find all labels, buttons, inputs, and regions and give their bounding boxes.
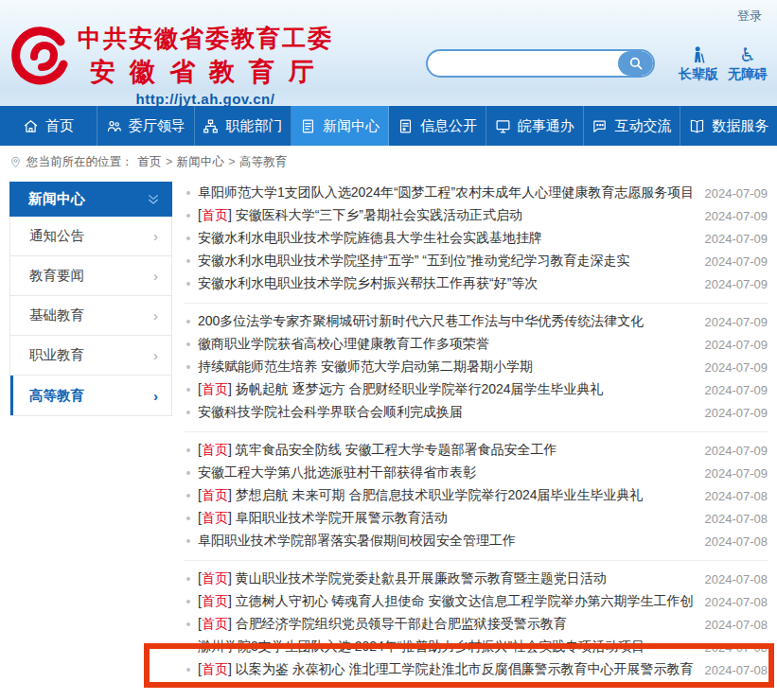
logo-text: 中共安徽省委教育工委 安徽省教育厅 http://jyt.ah.gov.cn/ (78, 23, 333, 107)
nav-item-home[interactable]: 首页 (0, 106, 97, 146)
front-page-flag: 首页 (202, 442, 228, 457)
nav-item-leaders[interactable]: 委厅领导 (97, 106, 195, 146)
list-item[interactable]: [首页] 阜阳职业技术学院开展警示教育活动2024-07-08 (185, 507, 768, 530)
nav-item-label: 新闻中心 (323, 117, 380, 135)
news-title: 安徽科技学院社会科学界联合会顺利完成换届 (198, 404, 694, 421)
logo-emblem-icon (11, 25, 72, 85)
nav-item-label: 互动交流 (614, 117, 671, 135)
nav-item-label: 职能部门 (225, 117, 282, 135)
news-list-panel: 阜阳师范大学1支团队入选2024年“圆梦工程”农村未成年人心理健康教育志愿服务项… (185, 182, 768, 681)
nav-item-news-center[interactable]: 新闻中心 (291, 106, 389, 146)
list-item[interactable]: [首页] 安徽医科大学“三下乡”暑期社会实践活动正式启动2024-07-09 (185, 204, 768, 227)
site-header: 登录 中共安徽省委教育工委 安徽省教育厅 http://jyt.ah.gov.c… (0, 0, 777, 106)
list-item[interactable]: 安徽水利水电职业技术学院乡村振兴帮扶工作再获“好”等次2024-07-09 (185, 272, 768, 295)
news-date: 2024-07-08 (705, 572, 768, 586)
nav-item-label: 首页 (45, 117, 74, 135)
list-item[interactable]: [首页] 黄山职业技术学院党委赴歙县开展廉政警示教育暨主题党日活动2024-07… (185, 568, 768, 590)
sidebar-header[interactable]: 新闻中心 (9, 182, 172, 217)
sidebar-item-higher-edu[interactable]: 高等教育› (10, 376, 171, 415)
main-nav: 首页委厅领导职能部门新闻中心信息公开皖事通办互动交流数据服务 (0, 106, 777, 146)
sidebar-item-edu-news[interactable]: 教育要闻› (10, 256, 171, 296)
chevron-double-down-icon (146, 193, 161, 206)
breadcrumb-item[interactable]: 新闻中心 (177, 155, 224, 168)
sidebar-item-vocational-edu[interactable]: 职业教育› (10, 336, 171, 376)
front-page-flag: 首页 (202, 510, 228, 525)
front-page-flag: 首页 (202, 616, 228, 631)
list-item[interactable]: 安徽水利水电职业技术学院旌德县大学生社会实践基地挂牌2024-07-09 (185, 227, 768, 250)
news-title: [首页] 扬帆起航 逐梦远方 合肥财经职业学院举行2024届学生毕业典礼 (198, 381, 694, 398)
bullet-icon (186, 320, 190, 324)
list-item[interactable]: 阜阳职业技术学院部署落实暑假期间校园安全管理工作2024-07-08 (185, 530, 768, 552)
bullet-icon (186, 494, 190, 498)
news-title: 滁州学院3支学生团队入选 2024年“推普助力乡村振兴”社会实践专项活动项目 (198, 639, 694, 656)
news-date: 2024-07-08 (705, 595, 768, 609)
nav-item-departments[interactable]: 职能部门 (195, 106, 292, 146)
bullet-icon (186, 259, 190, 263)
news-group: [首页] 筑牢食品安全防线 安徽工程大学专题部署食品安全工作2024-07-09… (185, 431, 768, 552)
sidebar-item-label: 教育要闻 (29, 267, 84, 285)
nav-item-data-service[interactable]: 数据服务 (680, 106, 777, 146)
news-group: 200多位法学专家齐聚桐城研讨新时代六尺巷工作法与中华优秀传统法律文化2024-… (185, 303, 768, 424)
list-item[interactable]: 安徽水利水电职业技术学院坚持“五学” “五到位”推动党纪学习教育走深走实2024… (185, 250, 768, 272)
departments-icon (203, 118, 219, 134)
list-item[interactable]: 滁州学院3支学生团队入选 2024年“推普助力乡村振兴”社会实践专项活动项目20… (185, 636, 768, 658)
accessibility-button[interactable]: ♿ 无障碍 (723, 44, 772, 83)
login-link[interactable]: 登录 (737, 8, 762, 25)
list-item[interactable]: 徽商职业学院获省高校心理健康教育工作多项荣誉2024-07-09 (185, 333, 768, 356)
sidebar-item-label: 通知公告 (29, 227, 84, 245)
news-date: 2024-07-09 (705, 338, 768, 352)
nav-item-service-hall[interactable]: 皖事通办 (486, 106, 584, 146)
breadcrumb-item[interactable]: 首页 (138, 155, 162, 168)
news-date: 2024-07-09 (705, 277, 768, 291)
sidebar-item-notices[interactable]: 通知公告› (10, 217, 171, 256)
nav-item-info-open[interactable]: 信息公开 (389, 106, 486, 146)
bullet-icon (186, 577, 190, 581)
chevron-right-icon: › (153, 388, 158, 404)
news-title: 阜阳职业技术学院部署落实暑假期间校园安全管理工作 (198, 533, 694, 550)
bullet-icon (186, 645, 190, 649)
list-item[interactable]: 持续赋能师范生培养 安徽师范大学启动第二期暑期小学期2024-07-09 (185, 356, 768, 378)
list-item-highlighted[interactable]: [首页] 以案为鉴 永葆初心 淮北理工学院赴淮北市反腐倡廉警示教育中心开展警示教… (185, 658, 768, 681)
news-date: 2024-07-09 (705, 383, 768, 397)
sidebar-item-label: 基础教育 (29, 306, 84, 324)
news-list: 阜阳师范大学1支团队入选2024年“圆梦工程”农村未成年人心理健康教育志愿服务项… (185, 182, 768, 681)
news-title: 阜阳师范大学1支团队入选2024年“圆梦工程”农村未成年人心理健康教育志愿服务项… (198, 184, 694, 201)
chevron-right-icon: › (153, 228, 158, 244)
news-group: [首页] 黄山职业技术学院党委赴歙县开展廉政警示教育暨主题党日活动2024-07… (185, 560, 768, 681)
chevron-right-icon: › (153, 307, 158, 324)
list-item[interactable]: [首页] 扬帆起航 逐梦远方 合肥财经职业学院举行2024届学生毕业典礼2024… (185, 378, 768, 401)
service-hall-icon (495, 118, 511, 134)
search-bar (426, 49, 655, 78)
list-item[interactable]: [首页] 梦想启航 未来可期 合肥信息技术职业学院举行2024届毕业生毕业典礼2… (185, 484, 768, 507)
list-item[interactable]: [首页] 合肥经济学院组织党员领导干部赴合肥监狱接受警示教育2024-07-08 (185, 613, 768, 636)
nav-item-interaction[interactable]: 互动交流 (584, 106, 681, 146)
search-input[interactable] (428, 51, 618, 76)
bullet-icon (186, 214, 190, 218)
location-pin-icon (9, 156, 22, 168)
elder-version-button[interactable]: 长辈版 (674, 44, 723, 83)
breadcrumb-links: 首页 > 新闻中心 > 高等教育 (138, 154, 288, 170)
bullet-icon (186, 668, 190, 672)
list-item[interactable]: [首页] 立德树人守初心 铸魂育人担使命 安徽文达信息工程学院举办第六期学生工作… (185, 590, 768, 613)
list-item[interactable]: 安徽科技学院社会科学界联合会顺利完成换届2024-07-09 (185, 401, 768, 424)
news-group: 阜阳师范大学1支团队入选2024年“圆梦工程”农村未成年人心理健康教育志愿服务项… (185, 182, 768, 295)
data-service-icon (689, 118, 705, 134)
search-button[interactable] (618, 51, 653, 76)
list-item[interactable]: 安徽工程大学第八批选派驻村干部获得省市表彰2024-07-09 (185, 462, 768, 484)
elder-version-label: 长辈版 (674, 66, 723, 83)
sidebar-item-basic-edu[interactable]: 基础教育› (10, 296, 171, 336)
news-title: [首页] 筑牢食品安全防线 安徽工程大学专题部署食品安全工作 (198, 442, 694, 459)
sidebar: 新闻中心 通知公告›教育要闻›基础教育›职业教育›高等教育› (9, 182, 172, 416)
list-item[interactable]: 200多位法学专家齐聚桐城研讨新时代六尺巷工作法与中华优秀传统法律文化2024-… (185, 310, 768, 333)
news-title: [首页] 立德树人守初心 铸魂育人担使命 安徽文达信息工程学院举办第六期学生工作… (198, 593, 694, 610)
news-title: [首页] 阜阳职业技术学院开展警示教育活动 (198, 510, 694, 527)
news-date: 2024-07-08 (705, 534, 768, 549)
news-date: 2024-07-08 (705, 663, 768, 677)
bullet-icon (186, 365, 190, 369)
news-title: 安徽工程大学第八批选派驻村干部获得省市表彰 (198, 464, 694, 481)
elder-icon (689, 45, 708, 64)
front-page-flag: 首页 (202, 487, 228, 502)
list-item[interactable]: [首页] 筑牢食品安全防线 安徽工程大学专题部署食品安全工作2024-07-09 (185, 439, 768, 462)
list-item[interactable]: 阜阳师范大学1支团队入选2024年“圆梦工程”农村未成年人心理健康教育志愿服务项… (185, 182, 768, 204)
news-title: 安徽水利水电职业技术学院旌德县大学生社会实践基地挂牌 (198, 230, 694, 247)
